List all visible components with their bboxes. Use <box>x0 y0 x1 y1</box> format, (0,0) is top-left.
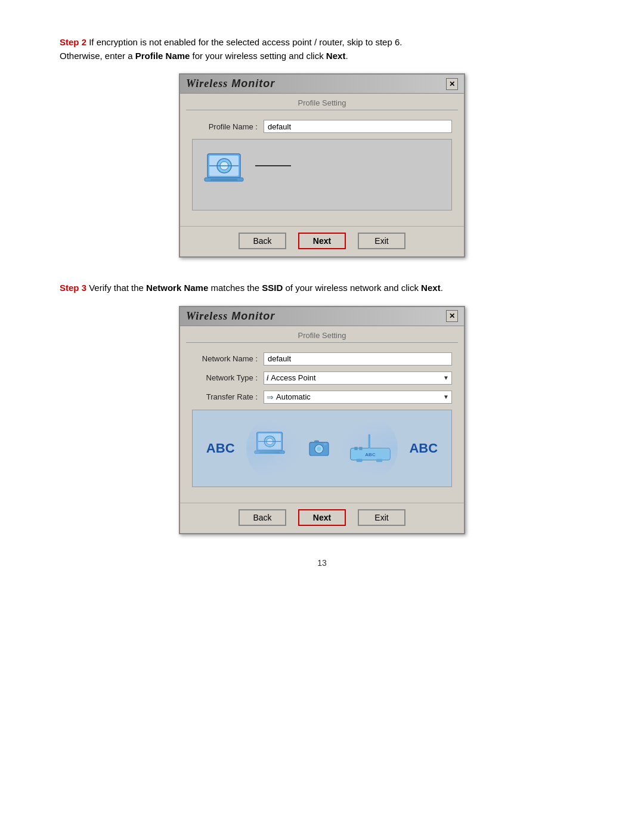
dialog2-networktype-label: Network Type : <box>192 373 264 382</box>
dialog2-exit-button[interactable]: Exit <box>358 509 405 526</box>
network-type-icon: i <box>267 374 268 382</box>
dialog2-close-button[interactable]: ✕ <box>446 310 458 322</box>
dialog2-transferrate-select[interactable]: ⇒ Automatic ▼ <box>264 391 452 404</box>
network-diagram: ABC <box>199 416 445 481</box>
step3-bold1: Network Name <box>146 283 208 293</box>
dialog1-profile-input[interactable] <box>264 120 452 133</box>
dialog2-title: Wireless Monitor <box>186 310 275 323</box>
step2-text4: . <box>345 51 348 61</box>
step2-bold2: Next <box>326 51 346 61</box>
step2-text3: for your wireless setting and click <box>190 51 326 61</box>
transfer-rate-icon: ⇒ <box>267 392 274 402</box>
step2-bold1: Profile Name <box>135 51 190 61</box>
dialog1-close-button[interactable]: ✕ <box>446 78 458 90</box>
dialog1-back-button[interactable]: Back <box>239 233 286 249</box>
dialog2-transferrate-label: Transfer Rate : <box>192 392 264 401</box>
dialog2-next-button[interactable]: Next <box>298 509 346 526</box>
svg-rect-6 <box>210 179 237 181</box>
dialog2-networktype-value: i Access Point <box>267 373 316 382</box>
network-type-text: Access Point <box>271 373 315 382</box>
dialog2-transferrate-value: ⇒ Automatic <box>267 392 311 402</box>
laptop-icon <box>199 148 252 202</box>
svg-rect-18 <box>324 443 327 445</box>
dialog1-title: Wireless Monitor <box>186 78 275 90</box>
step3-bold2: SSID <box>262 283 283 293</box>
dialog1-subtitle: Profile Setting <box>186 94 458 110</box>
dialog2-subtitle: Profile Setting <box>186 326 458 343</box>
step2-text1: If encryption is not enabled for the sel… <box>86 37 402 47</box>
step3-text3: of your wireless network and click <box>283 283 421 293</box>
svg-point-16 <box>317 446 321 451</box>
step3-text: Step 3 Verify that the Network Name matc… <box>60 281 584 295</box>
step2-text2: Otherwise, enter a <box>60 51 135 61</box>
dialog2-networktype-select[interactable]: i Access Point ▼ <box>264 371 452 385</box>
dialog2: Wireless Monitor ✕ Profile Setting Netwo… <box>179 306 465 534</box>
abc-label-left: ABC <box>206 441 235 456</box>
transfer-rate-text: Automatic <box>276 392 311 401</box>
step2-text: Step 2 If encryption is not enabled for … <box>60 36 584 63</box>
abc-label-right: ABC <box>409 441 438 456</box>
dialog1-footer: Back Next Exit <box>180 226 464 256</box>
page-number: 13 <box>60 558 584 568</box>
step3-text1: Verify that the <box>86 283 146 293</box>
dialog2-image-area: ABC <box>192 410 452 487</box>
transfer-rate-arrow-icon: ▼ <box>443 394 449 400</box>
dialog2-body: Network Name : Network Type : i Access P… <box>180 343 464 503</box>
dialog2-networkname-input[interactable] <box>264 352 452 366</box>
dialog2-networkname-label: Network Name : <box>192 354 264 363</box>
network-type-arrow-icon: ▼ <box>443 374 449 381</box>
dialog1-exit-button[interactable]: Exit <box>358 233 405 249</box>
dialog1-titlebar: Wireless Monitor ✕ <box>180 75 464 94</box>
dialog1-body: Profile Name : <box>180 110 464 226</box>
wave-right-decoration <box>338 416 398 481</box>
dialog1-next-button[interactable]: Next <box>298 233 346 249</box>
dialog2-networkname-row: Network Name : <box>192 352 452 366</box>
step3-bold3: Next <box>421 283 441 293</box>
step2-label: Step 2 <box>60 37 86 47</box>
camera-icon-network <box>307 436 331 460</box>
dialog1-image-area <box>192 139 452 210</box>
wave-left-decoration <box>246 416 306 481</box>
dialog1-profile-row: Profile Name : <box>192 120 452 133</box>
dialog2-titlebar: Wireless Monitor ✕ <box>180 307 464 326</box>
dialog2-back-button[interactable]: Back <box>239 509 286 526</box>
dialog2-networktype-row: Network Type : i Access Point ▼ <box>192 371 452 385</box>
svg-rect-17 <box>314 440 319 443</box>
step3-text4: . <box>441 283 443 293</box>
step3-label: Step 3 <box>60 283 86 293</box>
dialog1-profile-label: Profile Name : <box>192 122 264 131</box>
dialog1: Wireless Monitor ✕ Profile Setting Profi… <box>179 73 465 258</box>
step3-text2: matches the <box>208 283 262 293</box>
connection-line <box>255 165 291 166</box>
dialog2-transferrate-row: Transfer Rate : ⇒ Automatic ▼ <box>192 391 452 404</box>
dialog2-footer: Back Next Exit <box>180 503 464 533</box>
